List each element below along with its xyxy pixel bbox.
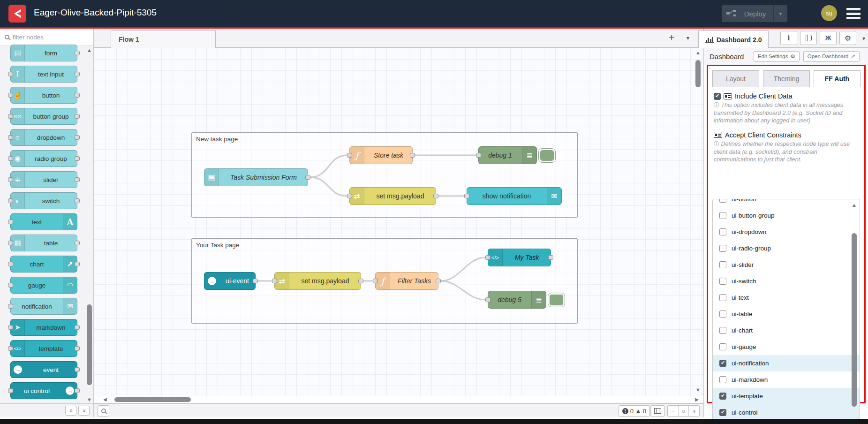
palette-node-button[interactable]: ☝button xyxy=(10,87,77,104)
node-debug-1[interactable]: debug 1 ≣ xyxy=(478,146,537,164)
checkbox[interactable] xyxy=(719,376,726,383)
list-item-ui-slider[interactable]: ui-slider xyxy=(713,257,860,273)
info-tab-button[interactable]: i xyxy=(780,31,797,45)
palette-node-switch[interactable]: ◐switch xyxy=(10,192,77,209)
node-set-msg-payload-2[interactable]: ⇄ set msg.payload xyxy=(274,272,361,290)
output-port[interactable] xyxy=(75,241,80,245)
scroll-up-icon[interactable]: ▲ xyxy=(695,50,701,55)
list-item-ui-notification[interactable]: ui-notification xyxy=(713,355,860,371)
node-set-msg-payload-1[interactable]: ⇄ set msg.payload xyxy=(349,187,436,205)
deploy-button[interactable]: Deploy ▾ xyxy=(722,5,787,22)
output-port[interactable] xyxy=(433,194,438,198)
checkbox[interactable] xyxy=(719,228,726,235)
list-item-ui-control[interactable]: ui-control xyxy=(713,404,860,421)
palette-node-chart[interactable]: chart↗ xyxy=(10,256,77,273)
output-port[interactable] xyxy=(75,114,80,119)
zoom-in-button[interactable]: + xyxy=(688,406,699,416)
output-port[interactable] xyxy=(75,198,80,203)
list-item-ui-template[interactable]: ui-template xyxy=(713,388,860,404)
search-flows-button[interactable] xyxy=(98,405,109,416)
canvas-horizontal-scrollbar[interactable]: ◀ ▶ xyxy=(94,396,703,403)
list-item-ui-radio-group[interactable]: ui-radio-group xyxy=(713,240,860,257)
output-port[interactable] xyxy=(305,175,310,180)
flow-canvas[interactable]: New task page Your Task page ▤ Task Subm… xyxy=(94,48,703,396)
output-port[interactable] xyxy=(410,153,415,158)
palette-node-radio-group[interactable]: ◉radio group xyxy=(10,150,77,167)
scrollbar-thumb[interactable] xyxy=(852,233,857,407)
list-item-ui-markdown[interactable]: ui-markdown xyxy=(713,371,860,388)
palette-node-dropdown[interactable]: ≡dropdown xyxy=(10,129,77,146)
open-dashboard-button[interactable]: Open Dashboard ↗ xyxy=(803,51,860,62)
palette-node-table[interactable]: ▦table xyxy=(10,235,77,251)
output-port[interactable] xyxy=(75,156,80,161)
node-filter-tasks[interactable]: ƒ Filter Tasks xyxy=(375,272,438,290)
tab-theming[interactable]: Theming xyxy=(763,70,810,87)
output-port[interactable] xyxy=(75,72,80,76)
scroll-down-icon[interactable]: ▼ xyxy=(86,397,92,402)
palette-node-notification[interactable]: notification✉ xyxy=(10,298,77,315)
palette-scrollbar[interactable]: ▲ ▼ xyxy=(86,47,93,402)
checkbox[interactable] xyxy=(719,245,726,252)
expand-categories-button[interactable]: » xyxy=(78,406,90,416)
palette-node-markdown[interactable]: ➤markdown xyxy=(10,319,77,336)
notification-counters[interactable]: ! 0 ▲ 0 xyxy=(619,405,650,416)
tab-flow-1[interactable]: Flow 1 xyxy=(111,30,216,48)
checkbox[interactable] xyxy=(719,360,726,367)
palette-search[interactable]: filter nodes xyxy=(0,29,93,46)
scroll-left-icon[interactable]: ◀ xyxy=(103,397,107,402)
output-port[interactable] xyxy=(75,367,80,372)
checkbox[interactable] xyxy=(719,310,726,318)
node-task-submission-form[interactable]: ▤ Task Submission Form xyxy=(204,168,308,186)
palette-node-slider[interactable]: ≑slider xyxy=(10,171,77,188)
scrollbar-thumb[interactable] xyxy=(114,397,191,402)
palette-node-ui-control[interactable]: ui control→ xyxy=(10,382,77,399)
node-debug-5[interactable]: debug 5 ≣ xyxy=(488,291,546,309)
output-port[interactable] xyxy=(75,346,80,351)
output-port[interactable] xyxy=(436,279,441,283)
list-item-ui-gauge[interactable]: ui-gauge xyxy=(713,339,860,355)
node-my-task[interactable]: </> My Task xyxy=(488,249,551,266)
help-tab-button[interactable] xyxy=(800,31,817,45)
scroll-up-icon[interactable]: ▲ xyxy=(86,47,92,53)
palette-node-button-group[interactable]: ⊙⊙button group xyxy=(10,108,77,125)
palette-node-gauge[interactable]: gauge◠ xyxy=(10,277,77,294)
include-client-data-checkbox[interactable] xyxy=(714,93,721,100)
tab-dashboard-2[interactable]: Dashboard 2.0 xyxy=(698,30,769,48)
palette-node-form[interactable]: ▤form xyxy=(10,45,77,61)
checkbox[interactable] xyxy=(719,327,726,334)
checkbox[interactable] xyxy=(719,393,726,400)
output-port[interactable] xyxy=(75,388,80,393)
checkbox[interactable] xyxy=(719,294,726,301)
debug-toggle-button[interactable] xyxy=(548,293,565,307)
output-port[interactable] xyxy=(253,279,258,283)
output-port[interactable] xyxy=(548,255,553,260)
list-scrollbar[interactable]: ▲ ▼ xyxy=(851,199,859,424)
canvas-vertical-scrollbar[interactable]: ▲ ▼ xyxy=(695,50,702,393)
edit-settings-button[interactable]: Edit Settings ⚙ xyxy=(754,51,800,62)
checkbox[interactable] xyxy=(719,343,726,350)
debug-tab-button[interactable]: Ж xyxy=(820,31,837,45)
user-avatar[interactable]: su xyxy=(821,5,837,21)
scroll-right-icon[interactable]: ▶ xyxy=(695,397,699,402)
list-item-ui-dropdown[interactable]: ui-dropdown xyxy=(713,224,860,240)
output-port[interactable] xyxy=(75,135,80,140)
collapse-categories-button[interactable]: « xyxy=(65,406,76,416)
navigator-toggle[interactable] xyxy=(650,405,665,416)
flow-list-caret[interactable]: ▾ xyxy=(687,35,689,41)
list-item-ui-button-group[interactable]: ui-button-group xyxy=(713,207,860,224)
tab-layout[interactable]: Layout xyxy=(712,70,759,87)
zoom-reset-button[interactable]: ○ xyxy=(678,406,689,416)
node-store-task[interactable]: ƒ Store task xyxy=(349,146,413,164)
palette-node-event[interactable]: →event xyxy=(10,361,77,378)
zoom-out-button[interactable]: − xyxy=(668,406,678,416)
sidebar-menu-caret[interactable]: ▾ xyxy=(862,35,865,42)
checkbox[interactable] xyxy=(719,212,726,219)
output-port[interactable] xyxy=(75,262,80,266)
checkbox[interactable] xyxy=(719,199,726,203)
list-item-ui-text[interactable]: ui-text xyxy=(713,289,860,306)
palette-node-text[interactable]: textA xyxy=(10,213,77,230)
config-tab-button[interactable]: ⚙ xyxy=(839,31,856,45)
list-item-ui-switch[interactable]: ui-switch xyxy=(713,273,860,289)
palette-node-text-input[interactable]: Itext input xyxy=(10,66,77,83)
node-ui-event[interactable]: → ui-event xyxy=(204,272,256,290)
